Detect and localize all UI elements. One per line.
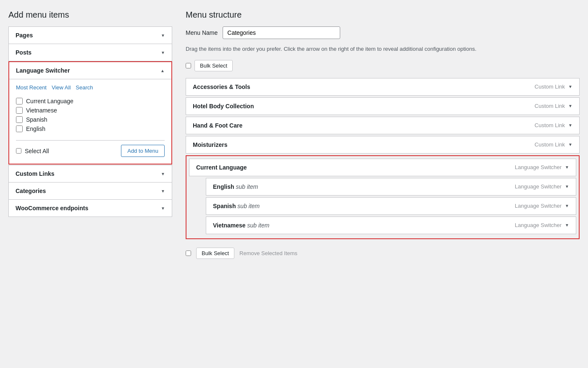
- select-all-row: Select All: [16, 148, 49, 154]
- posts-header[interactable]: Posts ▼: [9, 44, 172, 61]
- highlighted-language-group: Current Language Language Switcher ▼ Eng…: [186, 155, 580, 239]
- right-panel: Menu structure Menu Name Drag the items …: [172, 10, 580, 259]
- posts-label: Posts: [16, 49, 32, 56]
- menu-name-label: Menu Name: [186, 29, 218, 36]
- woocommerce-section: WooCommerce endpoints ▼: [8, 199, 172, 217]
- menu-item-accessories[interactable]: Accessories & Tools Custom Link ▼: [186, 78, 580, 96]
- menu-item-current-language[interactable]: Current Language Language Switcher ▼: [189, 159, 576, 176]
- spanish-sub-name: Spanish sub item: [213, 203, 260, 209]
- menu-name-row: Menu Name: [186, 26, 580, 39]
- tab-most-recent[interactable]: Most Recent: [16, 84, 47, 91]
- vietnamese-sub-dropdown-icon[interactable]: ▼: [565, 223, 569, 227]
- english-sub-dropdown-icon[interactable]: ▼: [565, 184, 569, 189]
- hotel-body-type: Custom Link: [535, 103, 565, 109]
- categories-label: Categories: [16, 188, 46, 194]
- remove-selected-button[interactable]: Remove Selected Items: [239, 250, 297, 256]
- menu-item-moisturizers[interactable]: Moisturizers Custom Link ▼: [186, 136, 580, 154]
- left-heading: Add menu items: [8, 10, 172, 20]
- vietnamese-sub-name: Vietnamese sub item: [213, 222, 269, 229]
- custom-links-section: Custom Links ▼: [8, 165, 172, 183]
- bulk-select-bottom-checkbox[interactable]: [186, 251, 191, 256]
- language-switcher-label: Language Switcher: [16, 67, 70, 74]
- bulk-select-bottom-row: Bulk Select Remove Selected Items: [186, 248, 580, 259]
- current-language-type-row: Language Switcher ▼: [515, 164, 569, 170]
- language-switcher-header[interactable]: Language Switcher ▲: [9, 62, 171, 79]
- hand-foot-type-row: Custom Link ▼: [535, 122, 572, 128]
- menu-name-input[interactable]: [223, 26, 340, 39]
- tab-search[interactable]: Search: [76, 84, 93, 91]
- language-switcher-arrow-icon: ▲: [160, 68, 165, 73]
- current-language-type: Language Switcher: [515, 164, 562, 170]
- custom-links-header[interactable]: Custom Links ▼: [9, 165, 172, 182]
- menu-item-spanish-sub[interactable]: Spanish sub item Language Switcher ▼: [206, 197, 576, 215]
- accessories-dropdown-icon[interactable]: ▼: [568, 84, 572, 89]
- accessories-name: Accessories & Tools: [193, 84, 250, 90]
- woocommerce-arrow-icon: ▼: [161, 206, 165, 211]
- pages-arrow-icon: ▼: [161, 33, 165, 38]
- drag-hint: Drag the items into the order you prefer…: [186, 45, 580, 53]
- moisturizers-type: Custom Link: [535, 141, 565, 148]
- current-language-name: Current Language: [196, 164, 247, 171]
- bulk-select-top-row: Bulk Select: [186, 60, 580, 71]
- add-to-menu-button[interactable]: Add to Menu: [121, 145, 165, 157]
- accessories-type-row: Custom Link ▼: [535, 84, 572, 90]
- list-item: Current Language: [16, 97, 165, 106]
- current-language-item-label: Current Language: [26, 98, 74, 104]
- right-heading: Menu structure: [186, 10, 580, 20]
- hotel-body-dropdown-icon[interactable]: ▼: [568, 104, 572, 108]
- language-switcher-footer: Select All Add to Menu: [16, 140, 165, 157]
- list-item: English: [16, 124, 165, 133]
- categories-arrow-icon: ▼: [161, 189, 165, 193]
- spanish-sub-type: Language Switcher: [515, 203, 562, 209]
- language-items-list: Current Language Vietnamese Spanish Engl…: [16, 97, 165, 133]
- select-all-label: Select All: [25, 148, 49, 154]
- hand-foot-dropdown-icon[interactable]: ▼: [568, 123, 572, 128]
- pages-label: Pages: [16, 32, 33, 39]
- list-item: Spanish: [16, 115, 165, 124]
- pages-section: Pages ▼: [8, 26, 172, 44]
- woocommerce-label: WooCommerce endpoints: [16, 205, 88, 211]
- spanish-checkbox[interactable]: [16, 116, 23, 123]
- moisturizers-name: Moisturizers: [193, 141, 227, 148]
- pages-header[interactable]: Pages ▼: [9, 27, 172, 44]
- language-switcher-content: Most Recent View All Search Current Lang…: [9, 79, 171, 164]
- menu-item-hotel-body[interactable]: Hotel Body Collection Custom Link ▼: [186, 97, 580, 115]
- categories-section: Categories ▼: [8, 182, 172, 200]
- hotel-body-name: Hotel Body Collection: [193, 103, 254, 110]
- tab-view-all[interactable]: View All: [52, 84, 71, 91]
- bulk-select-top-button[interactable]: Bulk Select: [194, 60, 233, 71]
- posts-section: Posts ▼: [8, 44, 172, 61]
- hotel-body-type-row: Custom Link ▼: [535, 103, 572, 109]
- vietnamese-item-label: Vietnamese: [26, 107, 57, 114]
- categories-header[interactable]: Categories ▼: [9, 183, 172, 199]
- list-item: Vietnamese: [16, 106, 165, 115]
- bulk-select-bottom-button[interactable]: Bulk Select: [196, 248, 234, 259]
- hand-foot-name: Hand & Foot Care: [193, 122, 242, 129]
- woocommerce-header[interactable]: WooCommerce endpoints ▼: [9, 200, 172, 217]
- moisturizers-dropdown-icon[interactable]: ▼: [568, 142, 572, 147]
- english-sub-name: English sub item: [213, 183, 258, 190]
- custom-links-label: Custom Links: [16, 170, 55, 177]
- menu-item-hand-foot[interactable]: Hand & Foot Care Custom Link ▼: [186, 117, 580, 134]
- english-checkbox[interactable]: [16, 125, 23, 132]
- hand-foot-type: Custom Link: [535, 122, 565, 128]
- moisturizers-type-row: Custom Link ▼: [535, 141, 572, 148]
- menu-items-list: Accessories & Tools Custom Link ▼ Hotel …: [186, 78, 580, 241]
- accessories-type: Custom Link: [535, 84, 565, 90]
- language-tabs: Most Recent View All Search: [16, 84, 165, 91]
- menu-item-vietnamese-sub[interactable]: Vietnamese sub item Language Switcher ▼: [206, 217, 576, 234]
- english-item-label: English: [26, 125, 45, 132]
- english-sub-type-row: Language Switcher ▼: [515, 183, 569, 190]
- vietnamese-checkbox[interactable]: [16, 107, 23, 114]
- current-language-checkbox[interactable]: [16, 98, 23, 104]
- language-switcher-section: Language Switcher ▲ Most Recent View All…: [8, 61, 172, 164]
- current-language-dropdown-icon[interactable]: ▼: [565, 165, 569, 170]
- vietnamese-sub-type: Language Switcher: [515, 222, 562, 228]
- select-all-checkbox[interactable]: [16, 148, 21, 154]
- spanish-item-label: Spanish: [26, 116, 47, 123]
- english-sub-type: Language Switcher: [515, 183, 562, 190]
- bulk-select-top-checkbox[interactable]: [186, 63, 191, 68]
- menu-item-english-sub[interactable]: English sub item Language Switcher ▼: [206, 178, 576, 196]
- spanish-sub-dropdown-icon[interactable]: ▼: [565, 204, 569, 208]
- custom-links-arrow-icon: ▼: [161, 172, 165, 176]
